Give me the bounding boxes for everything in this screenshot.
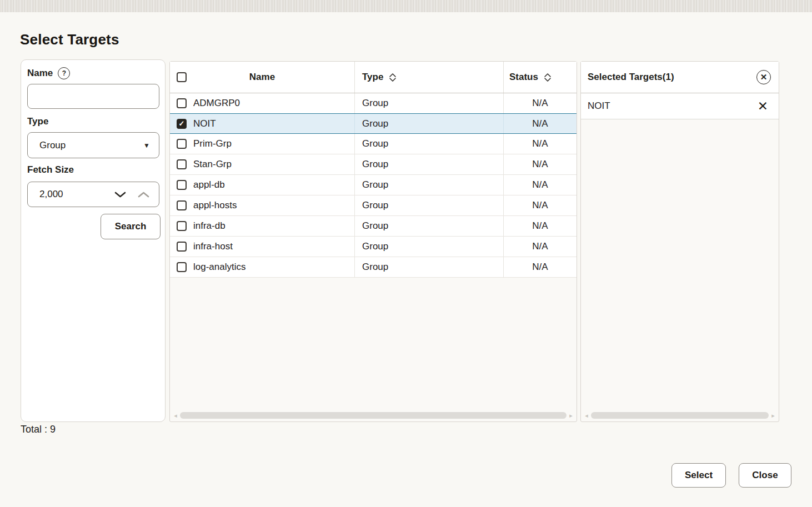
- row-name: appl-hosts: [193, 200, 237, 211]
- row-checkbox[interactable]: [177, 262, 187, 272]
- row-type-cell: Group: [354, 195, 503, 215]
- select-all-checkbox[interactable]: [177, 72, 187, 82]
- column-header-name: Name: [249, 72, 275, 83]
- row-type: Group: [362, 200, 388, 211]
- scroll-right-icon[interactable]: ▸: [568, 413, 574, 419]
- row-status-cell: N/A: [503, 216, 577, 236]
- table-row[interactable]: appl-db Group N/A: [170, 175, 577, 195]
- type-select-value: Group: [39, 140, 66, 151]
- row-name-cell: infra-host: [170, 237, 354, 257]
- remove-target-icon[interactable]: ✕: [758, 100, 768, 113]
- row-status-cell: N/A: [503, 154, 577, 174]
- row-type: Group: [362, 98, 388, 109]
- table-horizontal-scrollbar: ◂ ▸: [173, 411, 574, 419]
- table-row[interactable]: ADMGRP0 Group N/A: [170, 93, 577, 114]
- row-checkbox[interactable]: [177, 98, 187, 108]
- chevron-up-icon[interactable]: [137, 191, 150, 198]
- row-type: Group: [362, 262, 388, 273]
- row-checkbox[interactable]: [177, 221, 187, 231]
- scroll-right-icon[interactable]: ▸: [770, 413, 776, 419]
- table-row[interactable]: ✓ NOIT Group N/A: [170, 113, 577, 134]
- selected-targets-list: NOIT ✕: [581, 93, 779, 119]
- row-name-cell: Prim-Grp: [170, 134, 354, 154]
- selected-target-item: NOIT ✕: [581, 93, 779, 119]
- table-row[interactable]: infra-host Group N/A: [170, 237, 577, 257]
- row-status: N/A: [532, 262, 548, 273]
- table-row[interactable]: appl-hosts Group N/A: [170, 195, 577, 216]
- row-status-cell: N/A: [503, 114, 577, 133]
- page-title: Select Targets: [20, 31, 119, 48]
- row-status-cell: N/A: [503, 257, 577, 277]
- row-type: Group: [362, 241, 388, 252]
- type-select[interactable]: Group ▼: [27, 132, 159, 158]
- row-status-cell: N/A: [503, 134, 577, 154]
- table-header-type-cell: Type: [354, 62, 503, 93]
- row-name-cell: Stan-Grp: [170, 154, 354, 174]
- selected-targets-title: Selected Targets(1): [588, 72, 674, 83]
- row-checkbox[interactable]: [177, 180, 187, 190]
- status-sort-icon[interactable]: [544, 73, 552, 82]
- close-button[interactable]: Close: [739, 463, 791, 488]
- selected-target-label: NOIT: [588, 101, 610, 112]
- targets-table-panel: Name Type Status ADMGRP0 Group N/A: [169, 61, 577, 422]
- row-status: N/A: [532, 98, 548, 109]
- table-row[interactable]: infra-db Group N/A: [170, 216, 577, 237]
- row-status: N/A: [532, 179, 548, 190]
- row-name-cell: ✓ NOIT: [170, 114, 354, 133]
- scrollbar-thumb[interactable]: [180, 412, 567, 419]
- row-type-cell: Group: [354, 154, 503, 174]
- name-input[interactable]: [27, 84, 159, 109]
- row-name: Prim-Grp: [193, 138, 232, 149]
- row-checkbox[interactable]: [177, 139, 187, 149]
- fetch-size-stepper[interactable]: 2,000: [27, 182, 159, 207]
- fetch-size-label: Fetch Size: [27, 164, 74, 175]
- top-texture-bar: [0, 0, 812, 12]
- scroll-left-icon[interactable]: ◂: [584, 413, 589, 419]
- scroll-left-icon[interactable]: ◂: [173, 413, 178, 419]
- row-type-cell: Group: [354, 175, 503, 195]
- row-name-cell: appl-db: [170, 175, 354, 195]
- row-name-cell: infra-db: [170, 216, 354, 236]
- row-type: Group: [362, 118, 388, 129]
- table-row[interactable]: Prim-Grp Group N/A: [170, 134, 577, 154]
- column-header-type: Type: [362, 72, 383, 83]
- row-type-cell: Group: [354, 114, 503, 133]
- table-row[interactable]: Stan-Grp Group N/A: [170, 154, 577, 175]
- row-type: Group: [362, 159, 388, 170]
- dropdown-caret-icon: ▼: [143, 142, 150, 149]
- row-type: Group: [362, 138, 388, 149]
- name-label-row: Name ?: [27, 67, 70, 79]
- chevron-down-icon[interactable]: [114, 191, 127, 198]
- row-status-cell: N/A: [503, 237, 577, 257]
- row-type: Group: [362, 179, 388, 190]
- row-name: appl-db: [193, 179, 225, 190]
- row-name: infra-host: [193, 241, 233, 252]
- total-count: Total : 9: [21, 424, 56, 435]
- selected-horizontal-scrollbar: ◂ ▸: [584, 411, 776, 419]
- scrollbar-thumb[interactable]: [591, 412, 769, 419]
- row-type-cell: Group: [354, 93, 503, 113]
- type-sort-icon[interactable]: [389, 73, 397, 82]
- selected-targets-header: Selected Targets(1) ✕: [581, 62, 779, 93]
- fetch-size-spin-icons: [114, 191, 150, 198]
- help-icon[interactable]: ?: [58, 67, 70, 79]
- row-name-cell: log-analytics: [170, 257, 354, 277]
- clear-all-icon[interactable]: ✕: [756, 70, 771, 84]
- row-status-cell: N/A: [503, 175, 577, 195]
- row-name: Stan-Grp: [193, 159, 232, 170]
- row-status-cell: N/A: [503, 93, 577, 113]
- row-status: N/A: [532, 200, 548, 211]
- row-name: ADMGRP0: [193, 98, 240, 109]
- row-status: N/A: [532, 159, 548, 170]
- row-checkbox[interactable]: ✓: [177, 119, 187, 129]
- row-type-cell: Group: [354, 257, 503, 277]
- row-checkbox[interactable]: [177, 159, 187, 169]
- select-button[interactable]: Select: [671, 463, 726, 488]
- row-checkbox[interactable]: [177, 242, 187, 252]
- row-name-cell: ADMGRP0: [170, 93, 354, 113]
- row-status: N/A: [532, 241, 548, 252]
- row-type-cell: Group: [354, 134, 503, 154]
- search-button[interactable]: Search: [101, 214, 161, 239]
- table-row[interactable]: log-analytics Group N/A: [170, 257, 577, 278]
- row-checkbox[interactable]: [177, 200, 187, 210]
